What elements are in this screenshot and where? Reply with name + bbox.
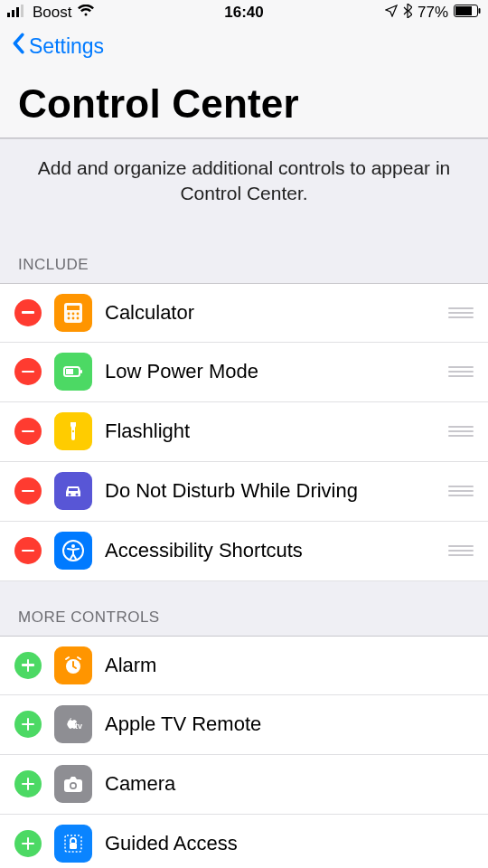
remove-button[interactable]	[14, 358, 42, 385]
control-label: Low Power Mode	[105, 360, 432, 383]
control-row: Alarm	[0, 636, 488, 695]
page-title: Control Center	[0, 69, 488, 137]
drag-handle[interactable]	[445, 307, 474, 318]
control-row: Camera	[0, 755, 488, 815]
status-bar: Boost 16:40 77%	[0, 0, 488, 25]
control-label: Camera	[105, 772, 474, 796]
control-row: Low Power Mode	[0, 343, 488, 402]
location-icon	[385, 4, 398, 22]
bluetooth-icon	[403, 4, 412, 23]
back-label: Settings	[29, 34, 104, 59]
status-right: 77%	[385, 4, 481, 23]
control-label: Accessibility Shortcuts	[105, 539, 432, 562]
chevron-left-icon	[11, 33, 25, 60]
carrier-label: Boost	[33, 4, 71, 22]
control-row: Apple TV Remote	[0, 695, 488, 755]
control-row: Do Not Disturb While Driving	[0, 462, 488, 522]
svg-rect-0	[7, 13, 10, 17]
drag-handle[interactable]	[445, 545, 474, 556]
battery-pct-label: 77%	[418, 4, 448, 22]
page-description: Add and organize additional controls to …	[0, 138, 488, 229]
svg-rect-3	[21, 5, 23, 17]
accessibility-icon	[54, 532, 92, 570]
control-label: Alarm	[105, 654, 474, 677]
back-button[interactable]: Settings	[11, 33, 477, 60]
camera-icon	[54, 765, 92, 803]
section-header-more: More Controls	[0, 581, 488, 636]
control-label: Guided Access	[105, 832, 474, 855]
remove-button[interactable]	[14, 537, 42, 564]
battery-icon	[454, 4, 481, 22]
status-left: Boost	[7, 4, 95, 22]
lock-icon	[54, 825, 92, 863]
control-row: Flashlight	[0, 402, 488, 462]
include-list: Calculator Low Power Mode Flashlight Do …	[0, 283, 488, 581]
svg-rect-6	[479, 8, 481, 14]
battery-icon	[54, 353, 92, 391]
add-button[interactable]	[14, 711, 42, 738]
control-label: Apple TV Remote	[105, 712, 474, 736]
remove-button[interactable]	[14, 477, 42, 505]
drag-handle[interactable]	[445, 426, 474, 437]
signal-icon	[7, 4, 27, 22]
car-icon	[54, 472, 92, 510]
drag-handle[interactable]	[445, 366, 474, 377]
remove-button[interactable]	[14, 418, 42, 445]
remove-button[interactable]	[14, 299, 42, 326]
calculator-icon	[54, 294, 92, 332]
svg-rect-5	[455, 6, 472, 15]
wifi-icon	[77, 4, 95, 22]
flashlight-icon	[54, 412, 92, 450]
control-label: Do Not Disturb While Driving	[105, 479, 432, 503]
add-button[interactable]	[14, 830, 42, 857]
add-button[interactable]	[14, 770, 42, 797]
clock: 16:40	[224, 4, 263, 22]
more-list: Alarm Apple TV Remote Camera Guided Acce…	[0, 636, 488, 868]
control-label: Flashlight	[105, 420, 432, 443]
alarm-icon	[54, 646, 92, 684]
control-row: Guided Access	[0, 815, 488, 868]
section-header-include: Include	[0, 229, 488, 283]
svg-rect-1	[12, 10, 14, 17]
control-label: Calculator	[105, 301, 432, 325]
drag-handle[interactable]	[445, 486, 474, 496]
nav-bar: Settings	[0, 25, 488, 69]
add-button[interactable]	[14, 652, 42, 679]
control-row: Calculator	[0, 283, 488, 343]
svg-rect-2	[16, 7, 19, 17]
appletv-icon	[54, 705, 92, 743]
control-row: Accessibility Shortcuts	[0, 522, 488, 581]
